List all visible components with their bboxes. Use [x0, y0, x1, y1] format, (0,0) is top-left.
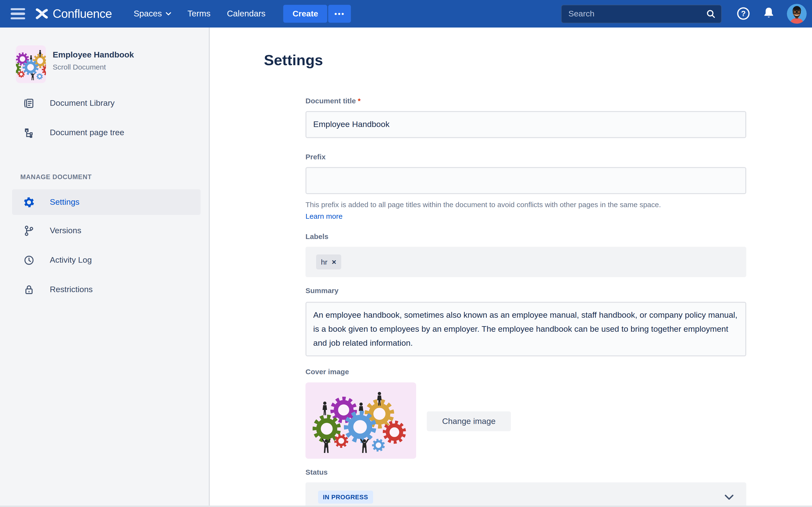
help-button[interactable]: ?	[736, 6, 751, 21]
document-thumbnail	[16, 45, 46, 83]
create-more-button[interactable]: •••	[328, 5, 351, 23]
primary-nav: Spaces Terms Calendars	[125, 9, 274, 19]
main-content: Settings Document title* Prefix This pre…	[210, 27, 812, 507]
clock-icon	[23, 255, 35, 266]
avatar-illustration	[787, 4, 807, 24]
prefix-label: Prefix	[305, 153, 746, 161]
bottom-divider	[0, 506, 812, 507]
labels-input-area[interactable]: hr ×	[305, 247, 746, 277]
cover-image-preview	[305, 382, 416, 459]
status-badge: IN PROGRESS	[318, 491, 373, 504]
sidebar-item-document-page-tree[interactable]: Document page tree	[0, 119, 209, 146]
top-navbar: Confluence Spaces Terms Calendars Create…	[0, 0, 812, 27]
search-input[interactable]	[561, 5, 722, 23]
manage-document-nav: Settings Versions Activity Log	[0, 189, 209, 303]
gear-icon	[23, 196, 35, 208]
versions-branch-icon	[23, 225, 35, 237]
app-root: Confluence Spaces Terms Calendars Create…	[0, 0, 812, 507]
sidebar-item-settings[interactable]: Settings	[12, 189, 201, 215]
create-button[interactable]: Create	[284, 5, 327, 23]
change-image-button[interactable]: Change image	[427, 411, 511, 431]
cover-image-label: Cover image	[305, 368, 746, 376]
document-header: Employee Handbook Scroll Document	[16, 45, 197, 83]
library-icon	[23, 98, 35, 109]
notifications-button[interactable]	[762, 6, 775, 21]
sidebar-item-document-library[interactable]: Document Library	[0, 90, 209, 117]
nav-item-spaces[interactable]: Spaces	[125, 9, 179, 19]
cover-image-row: Change image	[305, 382, 746, 459]
status-dropdown[interactable]: IN PROGRESS	[305, 483, 746, 507]
learn-more-link[interactable]: Learn more	[305, 212, 343, 220]
document-title-label: Document title*	[305, 97, 746, 105]
sidebar-item-restrictions[interactable]: Restrictions	[0, 276, 209, 303]
settings-form: Document title* Prefix This prefix is ad…	[305, 97, 746, 507]
bell-icon	[762, 6, 775, 20]
sidebar: Employee Handbook Scroll Document Docume…	[0, 27, 210, 507]
labels-label: Labels	[305, 232, 746, 240]
svg-text:?: ?	[741, 9, 746, 18]
manage-document-section-title: MANAGE DOCUMENT	[20, 173, 209, 181]
document-title-input[interactable]	[305, 111, 746, 138]
help-icon: ?	[736, 6, 751, 20]
product-name: Confluence	[53, 7, 112, 21]
hamburger-menu-icon[interactable]	[11, 6, 25, 22]
remove-label-icon[interactable]: ×	[332, 258, 337, 266]
summary-textarea[interactable]: An employee handbook, sometimes also kno…	[305, 302, 746, 356]
label-tag-hr: hr ×	[316, 255, 341, 270]
document-type-label: Scroll Document	[53, 63, 134, 71]
page-title: Settings	[264, 50, 812, 71]
nav-item-terms[interactable]: Terms	[179, 9, 219, 19]
prefix-help-text: This prefix is added to all page titles …	[305, 201, 746, 209]
page-tree-icon	[23, 127, 35, 138]
summary-label: Summary	[305, 286, 746, 294]
user-avatar[interactable]	[787, 4, 807, 24]
chevron-down-icon[interactable]	[724, 494, 734, 500]
lock-icon	[23, 284, 35, 295]
confluence-logo-icon	[35, 7, 48, 20]
sidebar-nav: Document Library Document page tree	[0, 90, 209, 146]
prefix-input[interactable]	[305, 167, 746, 194]
required-marker: *	[358, 97, 361, 105]
status-label: Status	[305, 468, 746, 476]
sidebar-item-activity-log[interactable]: Activity Log	[0, 247, 209, 274]
sidebar-item-versions[interactable]: Versions	[0, 217, 209, 244]
search-box	[561, 5, 722, 23]
document-title-heading: Employee Handbook	[53, 50, 134, 60]
chevron-down-icon	[166, 12, 171, 15]
nav-item-calendars[interactable]: Calendars	[219, 9, 274, 19]
confluence-logo[interactable]: Confluence	[35, 7, 112, 21]
